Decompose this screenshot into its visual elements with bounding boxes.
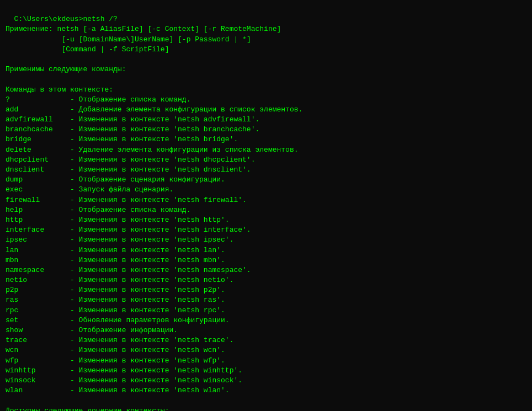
terminal-window: C:\Users\ekdeus>netsh /? Применение: net… xyxy=(6,4,526,411)
terminal-prompt: C:\Users\ekdeus>netsh /? xyxy=(14,15,118,23)
terminal-body: Применение: netsh [-a AliasFile] [-c Con… xyxy=(6,25,526,411)
